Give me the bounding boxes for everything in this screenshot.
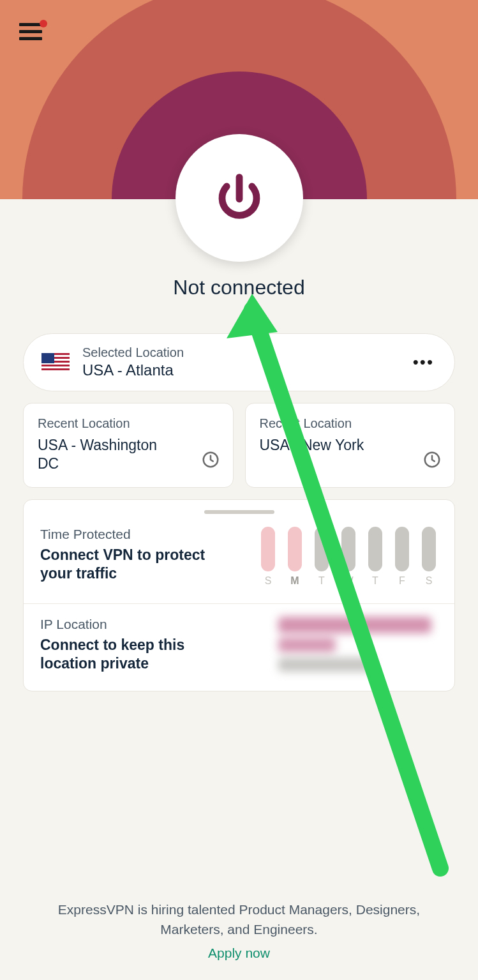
- ip-location-label: IP Location: [40, 617, 268, 632]
- day-bar: M: [286, 527, 304, 587]
- connection-status: Not connected: [0, 276, 478, 299]
- day-bar: S: [420, 527, 438, 587]
- hiring-banner: ExpressVPN is hiring talented Product Ma…: [0, 887, 478, 974]
- recent-location-value: USA - Washington DC: [38, 436, 178, 473]
- recent-location-value: USA - New York: [260, 436, 400, 455]
- time-protected-value: Connect VPN to protect your traffic: [40, 546, 232, 584]
- time-protected-label: Time Protected: [40, 527, 249, 542]
- day-bar: T: [366, 527, 384, 587]
- recent-location-label: Recent Location: [38, 416, 219, 431]
- ip-location-hidden: [278, 617, 438, 674]
- day-bar: T: [313, 527, 331, 587]
- apply-now-link[interactable]: Apply now: [208, 946, 270, 961]
- selected-location-card[interactable]: Selected Location USA - Atlanta •••: [23, 333, 455, 391]
- svg-marker-3: [227, 294, 278, 338]
- recent-location-card-0[interactable]: Recent Location USA - Washington DC: [23, 403, 234, 488]
- recent-location-label: Recent Location: [260, 416, 441, 431]
- power-icon: [211, 169, 268, 227]
- notification-dot-icon: [40, 20, 47, 27]
- selected-location-label: Selected Location: [82, 345, 398, 360]
- connect-button[interactable]: [176, 134, 303, 262]
- ip-location-value: Connect to keep this location private: [40, 636, 232, 674]
- day-bar: F: [393, 527, 411, 587]
- info-panel[interactable]: Time Protected Connect VPN to protect yo…: [23, 499, 455, 691]
- recent-location-card-1[interactable]: Recent Location USA - New York: [245, 403, 456, 488]
- day-bar: W: [340, 527, 357, 587]
- selected-location-value: USA - Atlanta: [82, 361, 398, 379]
- flag-us-icon: [41, 353, 70, 372]
- week-usage-chart: SMTWTFS: [259, 527, 438, 587]
- more-options-button[interactable]: •••: [410, 352, 437, 372]
- day-bar: S: [259, 527, 277, 587]
- hiring-text: ExpressVPN is hiring talented Product Ma…: [32, 900, 446, 939]
- menu-button[interactable]: [19, 22, 45, 41]
- clock-icon: [422, 450, 442, 469]
- clock-icon: [201, 450, 220, 469]
